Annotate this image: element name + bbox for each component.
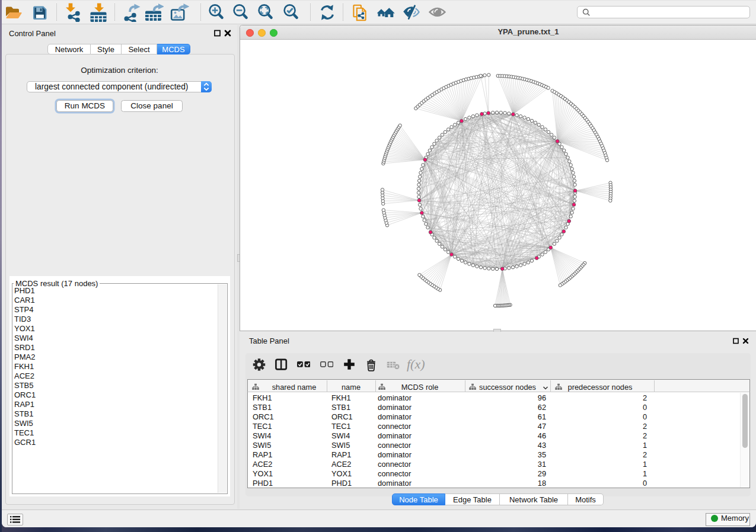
svg-text:f(x): f(x) — [407, 357, 425, 371]
